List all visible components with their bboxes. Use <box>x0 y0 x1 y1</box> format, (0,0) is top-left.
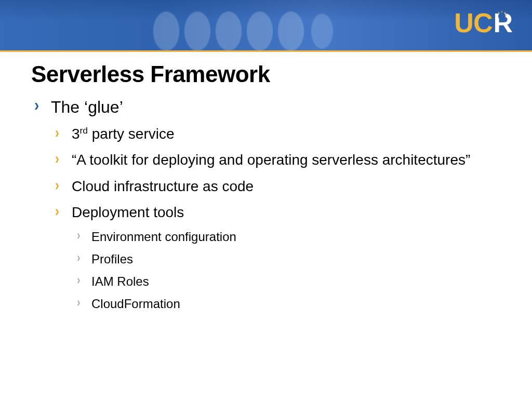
list-item-text: The ‘glue’ <box>51 98 123 116</box>
bullet-list-level1: The ‘glue’ 3rd party service “A toolkit … <box>31 97 502 312</box>
list-item-text: Environment configuration <box>91 230 236 244</box>
list-item: Deployment tools Environment configurati… <box>52 203 502 312</box>
logo-uc: UC <box>454 9 492 36</box>
list-item-text: Deployment tools <box>72 204 184 220</box>
list-item: Cloud infrastructure as code <box>52 177 502 196</box>
list-item-text: IAM Roles <box>91 274 149 288</box>
ucr-logo: UC R <box>454 9 512 36</box>
list-item-text: Profiles <box>91 252 133 266</box>
header-banner: UC R <box>0 0 532 52</box>
list-item: CloudFormation <box>73 296 502 312</box>
logo-r: R <box>493 9 512 36</box>
list-item-text: “A toolkit for deploying and operating s… <box>72 152 470 168</box>
list-item-text: Cloud infrastructure as code <box>72 178 254 194</box>
list-item-text: CloudFormation <box>91 297 180 311</box>
slide-title: Serverless Framework <box>31 61 502 87</box>
bullet-list-level3: Environment configuration Profiles IAM R… <box>72 229 502 312</box>
list-item: “A toolkit for deploying and operating s… <box>52 151 502 169</box>
list-item: IAM Roles <box>73 273 502 289</box>
content-area: Serverless Framework The ‘glue’ 3rd part… <box>0 52 532 312</box>
list-item: Profiles <box>73 251 502 267</box>
list-item: 3rd party service <box>52 125 502 143</box>
list-item-text: 3rd party service <box>72 126 175 142</box>
list-item: The ‘glue’ 3rd party service “A toolkit … <box>31 97 502 312</box>
list-item: Environment configuration <box>73 229 502 245</box>
bullet-list-level2: 3rd party service “A toolkit for deployi… <box>51 125 502 312</box>
